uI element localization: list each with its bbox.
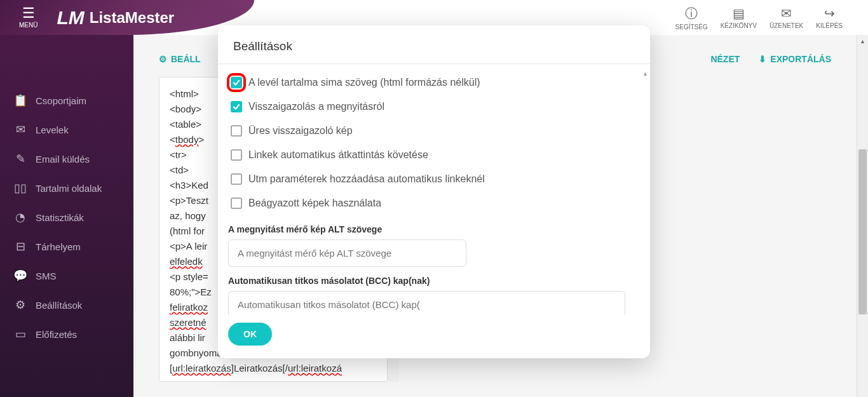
ok-button[interactable]: OK bbox=[228, 323, 272, 346]
scroll-up-icon[interactable]: ▴ bbox=[642, 69, 648, 77]
checkbox-row-2: Üres visszaigazoló kép bbox=[231, 119, 637, 143]
checkbox-label: Linkek automatikus átkattintás követése bbox=[248, 149, 428, 161]
checkbox[interactable] bbox=[231, 77, 242, 88]
checkbox[interactable] bbox=[231, 125, 242, 137]
settings-modal: Beállítások A levél tartalma sima szöveg… bbox=[218, 25, 650, 358]
checkbox-label: A levél tartalma sima szöveg (html formá… bbox=[248, 77, 480, 88]
bcc-group: Automatikusan titkos másolatot (BCC) kap… bbox=[228, 276, 640, 315]
checkbox-label: Üres visszaigazoló kép bbox=[248, 125, 353, 137]
checkbox[interactable] bbox=[231, 173, 242, 185]
modal-scrollbar[interactable]: ▴ bbox=[642, 69, 648, 310]
bcc-label: Automatikusan titkos másolatot (BCC) kap… bbox=[228, 276, 640, 286]
checkbox-row-4: Utm paraméterek hozzáadása automatikus l… bbox=[231, 167, 637, 191]
alt-text-input[interactable] bbox=[228, 239, 466, 267]
checkbox-row-0: A levél tartalma sima szöveg (html formá… bbox=[231, 71, 637, 95]
bcc-input[interactable] bbox=[228, 291, 625, 315]
checkbox[interactable] bbox=[231, 101, 242, 112]
checkbox[interactable] bbox=[231, 149, 242, 161]
checkbox-row-1: Visszaigazolás a megnyitásról bbox=[231, 95, 637, 119]
modal-title: Beállítások bbox=[218, 25, 650, 64]
checkbox-label: Beágyazott képek használata bbox=[248, 198, 381, 209]
checkbox-row-5: Beágyazott képek használata bbox=[231, 191, 637, 215]
modal-overlay: Beállítások A levél tartalma sima szöveg… bbox=[0, 0, 868, 397]
checkbox[interactable] bbox=[231, 198, 242, 209]
modal-body: A levél tartalma sima szöveg (html formá… bbox=[218, 64, 650, 315]
alt-text-group: A megnyitást mérő kép ALT szövege bbox=[228, 224, 640, 267]
alt-label: A megnyitást mérő kép ALT szövege bbox=[228, 224, 640, 234]
checkbox-row-3: Linkek automatikus átkattintás követése bbox=[231, 143, 637, 167]
checkbox-label: Visszaigazolás a megnyitásról bbox=[248, 101, 384, 112]
checkbox-label: Utm paraméterek hozzáadása automatikus l… bbox=[248, 173, 485, 185]
modal-footer: OK bbox=[218, 315, 650, 358]
